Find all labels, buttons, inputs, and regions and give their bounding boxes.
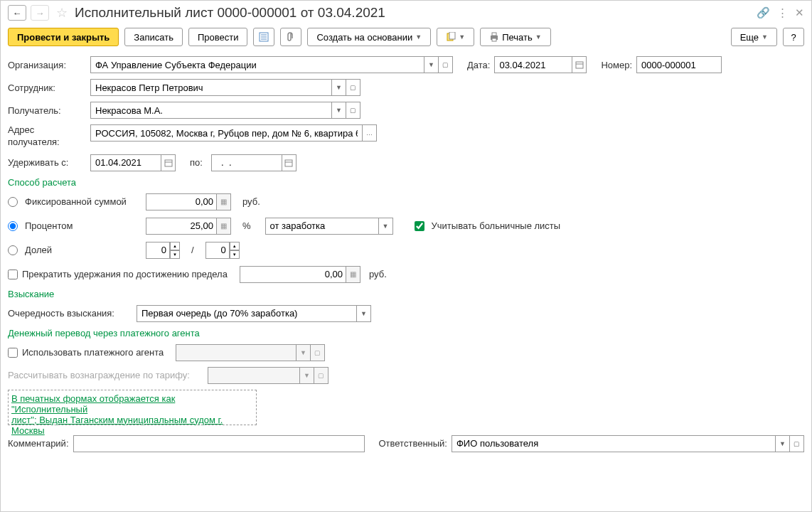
svg-rect-8	[492, 38, 496, 41]
tariff-dropdown: ▼	[300, 367, 314, 384]
tariff-label: Рассчитывать вознаграждение по тарифу:	[8, 370, 203, 380]
recovery-section-title: Взыскание	[8, 289, 804, 299]
chevron-down-icon: ▼	[415, 33, 422, 41]
menu-icon[interactable]: ⋮	[777, 6, 788, 19]
number-label: Номер:	[601, 60, 632, 70]
employee-open[interactable]: ▢	[346, 79, 360, 96]
print-form-note[interactable]: В печатных формах отображается как "Испо…	[8, 390, 257, 425]
responsible-open[interactable]: ▢	[790, 435, 804, 452]
use-agent-checkbox[interactable]	[8, 348, 18, 358]
close-icon[interactable]: ✕	[795, 6, 804, 19]
window-title: Исполнительный лист 0000-000001 от 03.04…	[75, 5, 752, 21]
fixed-radio[interactable]	[8, 197, 18, 207]
calc-icon[interactable]: ▦	[346, 266, 360, 283]
limit-unit: руб.	[369, 269, 387, 279]
recipient-label: Получатель:	[8, 105, 86, 116]
copy-button[interactable]: ▼	[437, 28, 474, 46]
post-and-close-button[interactable]: Провести и закрыть	[8, 28, 119, 46]
frac-num-down[interactable]: ▼	[170, 250, 180, 259]
favorite-icon[interactable]: ☆	[56, 5, 68, 21]
recipient-input[interactable]	[90, 102, 332, 119]
use-agent-label: Использовать платежного агента	[22, 347, 171, 358]
responsible-dropdown[interactable]: ▼	[776, 435, 790, 452]
frac-den-up[interactable]: ▲	[230, 242, 240, 250]
number-input[interactable]	[636, 56, 722, 73]
svg-rect-5	[449, 32, 455, 39]
print-button[interactable]: Печать ▼	[480, 28, 551, 46]
help-button[interactable]: ?	[783, 28, 804, 46]
post-button[interactable]: Провести	[188, 28, 248, 46]
employee-dropdown[interactable]: ▼	[332, 79, 346, 96]
fixed-label: Фиксированной суммой	[25, 196, 139, 207]
percent-value-input[interactable]	[146, 218, 217, 235]
agent-section-title: Денежный перевод через платежного агента	[8, 328, 804, 338]
responsible-input[interactable]	[452, 435, 776, 452]
calc-icon[interactable]: ▦	[217, 193, 231, 210]
frac-den-down[interactable]: ▼	[230, 250, 240, 259]
recipient-dropdown[interactable]: ▼	[332, 102, 346, 119]
frac-num-input[interactable]	[146, 242, 170, 259]
date-input[interactable]	[494, 56, 572, 73]
link-icon[interactable]: 🔗	[757, 6, 770, 19]
org-label: Организация:	[8, 60, 86, 70]
register-button[interactable]	[253, 28, 274, 46]
nav-back-button[interactable]: ←	[8, 5, 26, 21]
sick-leave-label: Учитывать больничные листы	[432, 220, 561, 231]
more-button[interactable]: Еще ▼	[731, 28, 777, 46]
chevron-down-icon: ▼	[535, 33, 542, 41]
frac-num-up[interactable]: ▲	[170, 242, 180, 250]
org-open[interactable]: ▢	[439, 56, 453, 73]
date-calendar-button[interactable]	[572, 56, 587, 73]
withhold-to-calendar[interactable]	[282, 154, 297, 171]
withhold-from-input[interactable]	[90, 154, 161, 171]
sick-leave-checkbox[interactable]	[415, 221, 424, 231]
org-dropdown[interactable]: ▼	[424, 56, 439, 73]
nav-forward-button[interactable]: →	[31, 5, 49, 21]
limit-label: Прекратить удержания по достижению преде…	[22, 269, 235, 279]
frac-den-input[interactable]	[205, 242, 230, 259]
agent-input	[176, 344, 297, 361]
create-based-on-button[interactable]: Создать на основании ▼	[307, 28, 431, 46]
agent-dropdown: ▼	[297, 344, 311, 361]
svg-rect-7	[492, 33, 496, 36]
withhold-from-label: Удерживать с:	[8, 157, 86, 168]
note-link-line1[interactable]: В печатных формах отображается как "Испо…	[11, 393, 175, 415]
fraction-radio[interactable]	[8, 245, 18, 255]
calc-icon[interactable]: ▦	[217, 218, 231, 235]
chevron-down-icon: ▼	[459, 33, 465, 41]
save-button[interactable]: Записать	[124, 28, 183, 46]
comment-input[interactable]	[73, 435, 365, 452]
percent-radio[interactable]	[8, 221, 18, 231]
responsible-label: Ответственный:	[379, 438, 447, 449]
limit-checkbox[interactable]	[8, 270, 18, 279]
employee-input[interactable]	[90, 79, 332, 96]
withhold-to-label: по:	[190, 157, 203, 168]
priority-dropdown[interactable]: ▼	[357, 305, 371, 322]
fixed-amount-input[interactable]	[146, 193, 217, 210]
percent-base-input[interactable]	[265, 218, 379, 235]
withhold-to-input[interactable]	[211, 154, 282, 171]
address-input[interactable]	[90, 124, 363, 142]
chevron-down-icon: ▼	[762, 33, 768, 41]
svg-rect-9	[576, 62, 583, 68]
percent-label: Процентом	[25, 220, 139, 231]
priority-input[interactable]	[137, 305, 357, 322]
limit-value-input[interactable]	[240, 266, 346, 283]
fraction-label: Долей	[25, 245, 139, 255]
calc-section-title: Способ расчета	[8, 177, 804, 188]
recipient-open[interactable]: ▢	[346, 102, 360, 119]
percent-unit: %	[242, 220, 251, 231]
address-more[interactable]: …	[363, 124, 377, 142]
comment-label: Комментарий:	[8, 438, 69, 449]
org-input[interactable]	[90, 56, 424, 73]
svg-rect-13	[285, 160, 292, 166]
address-label: Адрес получателя:	[8, 124, 86, 149]
note-link-line2[interactable]: лист"; Выдан Таганским муниципальным суд…	[11, 415, 223, 436]
svg-rect-11	[165, 160, 172, 166]
withhold-from-calendar[interactable]	[161, 154, 176, 171]
percent-base-dropdown[interactable]: ▼	[379, 218, 393, 235]
date-label: Дата:	[467, 60, 490, 70]
priority-label: Очередность взыскания:	[8, 308, 132, 319]
attach-button[interactable]	[280, 28, 301, 46]
agent-open: ▢	[311, 344, 325, 361]
